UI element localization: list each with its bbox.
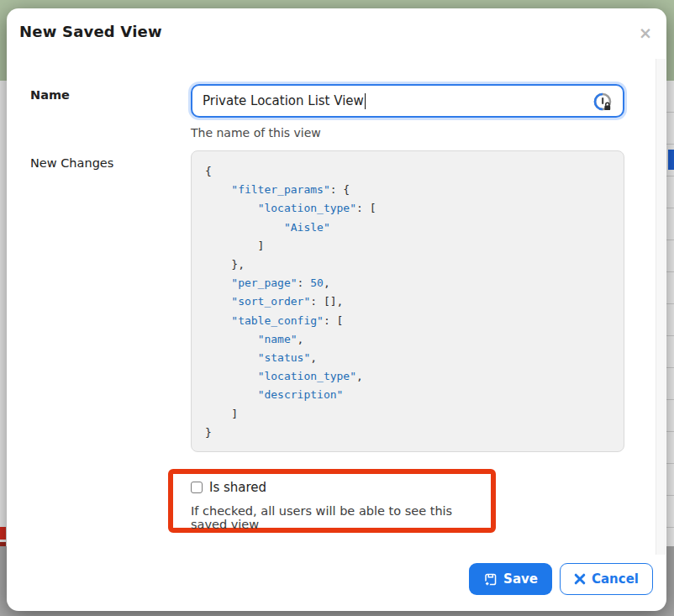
annotation-highlight-rectangle: Is shared If checked, all users will be … <box>168 469 496 533</box>
name-helper-text: The name of this view <box>191 126 321 140</box>
name-input[interactable]: Private Location List View <box>191 84 624 118</box>
save-button[interactable]: Save <box>469 563 552 595</box>
x-icon <box>574 573 586 585</box>
new-changes-label: New Changes <box>30 156 113 170</box>
new-changes-code-block: { "filter_params": { "location_type": [ … <box>191 150 624 452</box>
background-red-element-top <box>0 527 6 540</box>
name-input-value: Private Location List View <box>203 93 364 108</box>
is-shared-row: Is shared <box>191 480 491 495</box>
name-field-label: Name <box>30 88 70 102</box>
password-manager-lock-icon[interactable] <box>592 92 614 113</box>
is-shared-label[interactable]: Is shared <box>209 480 266 495</box>
new-saved-view-modal: New Saved View × Name Private Location L… <box>7 8 666 611</box>
is-shared-helper-text: If checked, all users will be able to se… <box>191 504 491 531</box>
is-shared-checkbox[interactable] <box>191 482 203 493</box>
modal-footer: Save Cancel <box>469 563 653 595</box>
background-blue-element <box>668 150 674 170</box>
close-icon[interactable]: × <box>639 25 652 41</box>
text-caret <box>365 93 366 109</box>
modal-title: New Saved View <box>19 23 162 40</box>
modal-scrollbar[interactable] <box>656 59 666 555</box>
cancel-button[interactable]: Cancel <box>560 563 653 595</box>
cancel-button-label: Cancel <box>592 571 639 587</box>
code-lines: { "filter_params": { "location_type": [ … <box>205 162 610 442</box>
save-plus-icon <box>483 572 498 587</box>
save-button-label: Save <box>503 571 538 587</box>
